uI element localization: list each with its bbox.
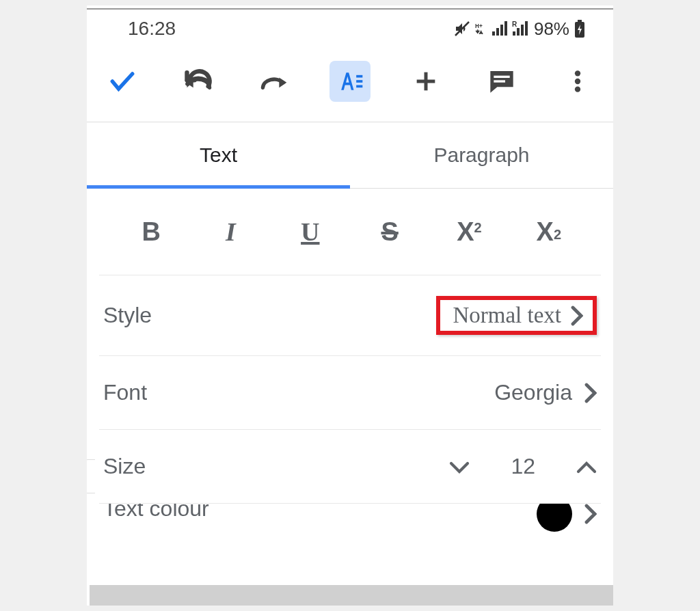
more-button[interactable] (557, 61, 598, 102)
phone-frame: 16:28 H+ R 98% (87, 5, 613, 606)
size-row: Size 12 (99, 430, 601, 504)
superscript-button[interactable]: X2 (440, 208, 498, 256)
network-icon: H+ (475, 21, 487, 37)
side-tab (87, 459, 95, 493)
svg-point-23 (575, 79, 580, 84)
battery-charging-icon (574, 19, 586, 38)
size-increase-button[interactable] (576, 454, 597, 479)
text-color-row[interactable]: Text colour (99, 504, 601, 578)
comment-icon (488, 68, 515, 95)
bottom-overlay (90, 585, 613, 606)
svg-rect-3 (496, 28, 499, 36)
insert-button[interactable] (405, 61, 446, 102)
text-format-button[interactable] (329, 61, 371, 102)
svg-rect-5 (504, 21, 507, 36)
svg-rect-20 (494, 76, 509, 78)
svg-text:H+: H+ (475, 23, 483, 29)
tab-text[interactable]: Text (87, 122, 350, 188)
svg-marker-13 (186, 78, 193, 88)
svg-rect-7 (513, 31, 515, 36)
svg-rect-4 (500, 25, 503, 36)
chevron-down-icon (449, 461, 470, 474)
text-format-icon (335, 66, 365, 96)
tab-text-label: Text (200, 144, 237, 167)
svg-rect-16 (356, 80, 362, 83)
status-time: 16:28 (128, 18, 176, 40)
battery-percentage: 98% (534, 18, 569, 40)
font-value-group: Georgia (494, 380, 597, 405)
font-row[interactable]: Font Georgia (99, 356, 601, 430)
svg-rect-15 (356, 75, 362, 78)
svg-rect-17 (356, 85, 362, 88)
svg-rect-21 (494, 80, 505, 82)
toolbar (87, 46, 613, 122)
tab-paragraph-label: Paragraph (433, 144, 529, 167)
svg-point-24 (575, 87, 580, 92)
undo-button[interactable] (178, 61, 219, 102)
more-vertical-icon (564, 68, 591, 95)
size-value: 12 (511, 454, 535, 479)
comment-button[interactable] (481, 61, 522, 102)
done-button[interactable] (102, 61, 143, 102)
text-color-label: Text colour (103, 504, 209, 521)
svg-rect-9 (521, 25, 524, 36)
style-row[interactable]: Style Normal text (99, 275, 601, 356)
svg-rect-8 (517, 28, 520, 36)
redo-button[interactable] (254, 61, 295, 102)
italic-button[interactable]: I (201, 208, 260, 256)
strikethrough-button[interactable]: S (360, 208, 419, 256)
redo-icon (259, 70, 289, 92)
mute-icon (453, 21, 471, 37)
format-tabs: Text Paragraph (87, 122, 613, 189)
svg-point-22 (575, 70, 580, 76)
style-highlight: Normal text (436, 296, 597, 335)
signal-icon (492, 21, 508, 37)
plus-icon (412, 68, 440, 95)
bold-button[interactable]: B (122, 208, 180, 256)
svg-text:R: R (512, 21, 517, 28)
chevron-right-icon (571, 306, 583, 326)
chevron-up-icon (576, 461, 597, 474)
size-controls: 12 (449, 454, 597, 479)
font-label: Font (103, 380, 147, 405)
svg-rect-12 (578, 20, 582, 22)
font-value: Georgia (494, 380, 572, 405)
svg-rect-2 (492, 31, 495, 36)
size-decrease-button[interactable] (449, 454, 470, 479)
tab-paragraph[interactable]: Paragraph (350, 122, 613, 188)
svg-rect-10 (525, 21, 528, 36)
svg-marker-14 (279, 78, 286, 88)
size-label: Size (103, 454, 146, 479)
style-label: Style (103, 303, 152, 328)
text-color-value-group (537, 504, 597, 532)
chevron-right-icon (584, 383, 597, 403)
subscript-button[interactable]: X2 (520, 208, 578, 256)
format-style-row: B I U S X2 X2 (99, 189, 601, 275)
status-indicators: H+ R 98% (453, 18, 586, 40)
check-icon (107, 66, 137, 96)
undo-icon (183, 70, 213, 92)
style-value: Normal text (453, 303, 561, 328)
chevron-right-icon (584, 504, 597, 524)
underline-button[interactable]: U (281, 208, 340, 256)
text-color-swatch (537, 504, 572, 532)
signal-roaming-icon: R (512, 21, 528, 37)
status-bar: 16:28 H+ R 98% (87, 5, 613, 46)
